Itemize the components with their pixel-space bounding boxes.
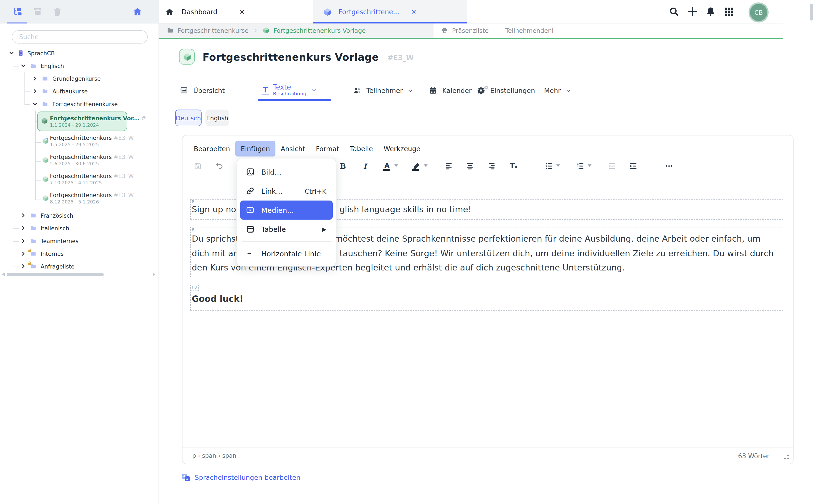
close-icon[interactable]: ✕ [239, 8, 245, 15]
editor-heading[interactable]: H3 Good luck! [190, 285, 783, 311]
tree-item-grundlagenkurse[interactable]: Grundlagenkurse [0, 72, 159, 85]
menu-ansicht[interactable]: Ansicht [275, 141, 311, 157]
tab-kalender[interactable]: Kalender [429, 87, 472, 94]
outdent-icon[interactable] [605, 159, 618, 172]
printer-icon [441, 27, 448, 34]
numbered-list-icon[interactable]: 123 [574, 159, 587, 172]
tree-item-course[interactable]: Fortgeschrittenenkurs #E3_W2.6.2025 - 30… [0, 152, 159, 171]
chevron-right-icon[interactable] [21, 251, 26, 256]
search-icon[interactable] [669, 6, 679, 17]
bullet-list-icon[interactable] [543, 159, 555, 172]
tree-item-label: Fortgeschrittenenkurse [52, 101, 118, 108]
chevron-down-icon[interactable] [21, 63, 26, 68]
bold-icon[interactable]: B [336, 159, 349, 172]
menu-einfügen[interactable]: Einfügen [235, 141, 275, 157]
menu-item-link[interactable]: Link...Ctrl+K [240, 181, 333, 201]
apps-grid-icon[interactable] [724, 6, 734, 17]
tree-item-englisch[interactable]: Englisch [0, 60, 159, 72]
chevron-down-icon[interactable] [32, 101, 38, 107]
avatar[interactable]: CB [749, 2, 769, 22]
close-icon[interactable]: ✕ [411, 8, 417, 15]
folder-icon [42, 88, 48, 94]
caret-down-icon[interactable] [556, 164, 560, 167]
vertical-scrollbar-thumb[interactable] [810, 4, 813, 21]
chevron-right-icon[interactable] [32, 89, 38, 94]
caret-down-icon[interactable] [424, 164, 428, 167]
italic-icon[interactable]: I [358, 159, 371, 172]
scroll-left-arrow-icon[interactable] [2, 272, 5, 276]
paragraph-text: möchtest deine Sprachkenntnisse perfekti… [335, 234, 761, 244]
print-action[interactable]: Präsenzliste [441, 27, 489, 34]
align-left-icon[interactable] [442, 159, 455, 172]
menu-item-bild[interactable]: Bild... [240, 162, 333, 181]
tab-uebersicht[interactable]: Übersicht [180, 87, 225, 94]
more-icon[interactable] [663, 159, 675, 172]
cube-green-icon [263, 27, 269, 34]
chevron-right-icon[interactable] [21, 238, 26, 244]
menu-item-horizontalelinie[interactable]: Horizontale Linie [240, 244, 333, 263]
tab-texte[interactable]: T Texte Beschreibung [263, 84, 316, 96]
chevron-right-icon[interactable] [32, 76, 38, 81]
align-center-icon[interactable] [463, 159, 476, 172]
course-dates: 1.5.2025 - 29.5.2025 [50, 142, 99, 147]
chevron-right-icon[interactable] [21, 225, 26, 231]
scroll-right-arrow-icon[interactable] [153, 272, 156, 276]
text-color-icon[interactable]: A [380, 159, 393, 172]
language-settings-link[interactable]: Aa Spracheinstellungen bearbeiten [182, 473, 300, 481]
word-count: 63 Wörter [738, 452, 770, 459]
tree-item-sprachcb[interactable]: SprachCB [0, 47, 159, 60]
chevron-right-icon[interactable] [21, 213, 26, 218]
tree-item-franz-sisch[interactable]: Französisch [0, 209, 159, 222]
tab-label: Fortgeschrittene... [338, 8, 399, 16]
menu-item-tabelle[interactable]: Tabelle▶ [240, 220, 333, 239]
tab-teilnehmer[interactable]: Teilnehmer [353, 87, 413, 94]
chevron-down-icon[interactable] [9, 50, 14, 56]
cube-icon [42, 195, 49, 202]
tab-mehr[interactable]: Mehr [544, 87, 571, 94]
caret-down-icon[interactable] [394, 164, 398, 167]
clear-format-icon[interactable]: Tx [507, 159, 520, 172]
caret-down-icon[interactable] [588, 164, 592, 167]
language-tab-english[interactable]: English [205, 110, 229, 126]
save-icon[interactable] [191, 159, 204, 172]
image-icon [246, 168, 254, 176]
plus-icon[interactable] [687, 6, 698, 17]
tree-item-aufbaukurse[interactable]: Aufbaukurse [0, 85, 159, 98]
menu-item-medien[interactable]: Medien... [240, 201, 333, 220]
language-tab-deutsch[interactable]: Deutsch [175, 110, 201, 126]
undo-icon[interactable] [213, 159, 225, 172]
tree-item-label: SprachCB [27, 50, 55, 57]
chevron-down-icon [311, 87, 316, 93]
tab-einstellungen[interactable]: Einstellungen [477, 87, 535, 94]
tree-item-course[interactable]: Fortgeschrittenenkurs #E3_W7.10.2025 - 4… [0, 171, 159, 190]
tree-item-italienisch[interactable]: Italienisch [0, 222, 159, 235]
tab-dashboard[interactable]: Dashboard✕ [165, 0, 245, 23]
page-title: Fortgeschrittenenkurs Vorlage [202, 51, 379, 63]
tab-fortgeschrittene[interactable]: Fortgeschrittene...✕ [323, 0, 417, 23]
menu-tabelle[interactable]: Tabelle [344, 141, 378, 157]
tree-item-anfrageliste[interactable]: Anfrageliste [0, 260, 159, 273]
menu-werkzeuge[interactable]: Werkzeuge [378, 141, 426, 157]
resize-grip-icon[interactable] [784, 455, 789, 459]
folder-icon [30, 238, 37, 244]
horizontal-scrollbar-thumb[interactable] [7, 273, 104, 276]
tree-item-internes[interactable]: Internes [0, 247, 159, 260]
element-path[interactable]: p › span › span [192, 452, 236, 459]
chevron-right-icon[interactable] [21, 264, 26, 269]
tree-item-teaminternes[interactable]: Teaminternes [0, 235, 159, 247]
tree-item-fortgeschrittenenkurse[interactable]: Fortgeschrittenenkurse [0, 98, 159, 111]
tree-item-course[interactable]: Fortgeschrittenenkurs #E3_W8.12.2025 - 5… [0, 190, 159, 209]
highlight-icon[interactable] [410, 159, 423, 172]
action-label: Präsenzliste [452, 27, 489, 34]
tree-item-course[interactable]: Fortgeschrittenenkurs #E3_W1.5.2025 - 29… [0, 133, 159, 152]
lock-icon [27, 248, 32, 253]
menu-bearbeiten[interactable]: Bearbeiten [188, 141, 235, 157]
menu-format[interactable]: Format [310, 141, 344, 157]
breadcrumb-item-current[interactable]: Fortgeschrittenenkurs Vorlage [263, 27, 366, 34]
breadcrumb-item-folder[interactable]: Fortgeschrittenenkurse [167, 27, 248, 34]
bell-icon[interactable] [706, 6, 716, 17]
indent-icon[interactable] [627, 159, 640, 172]
align-right-icon[interactable] [485, 159, 498, 172]
print-action[interactable]: Teilnehmendenli… [502, 27, 553, 34]
tree-item-course[interactable]: Fortgeschrittenenkurs Vor... #1.1.2024 -… [0, 111, 159, 133]
